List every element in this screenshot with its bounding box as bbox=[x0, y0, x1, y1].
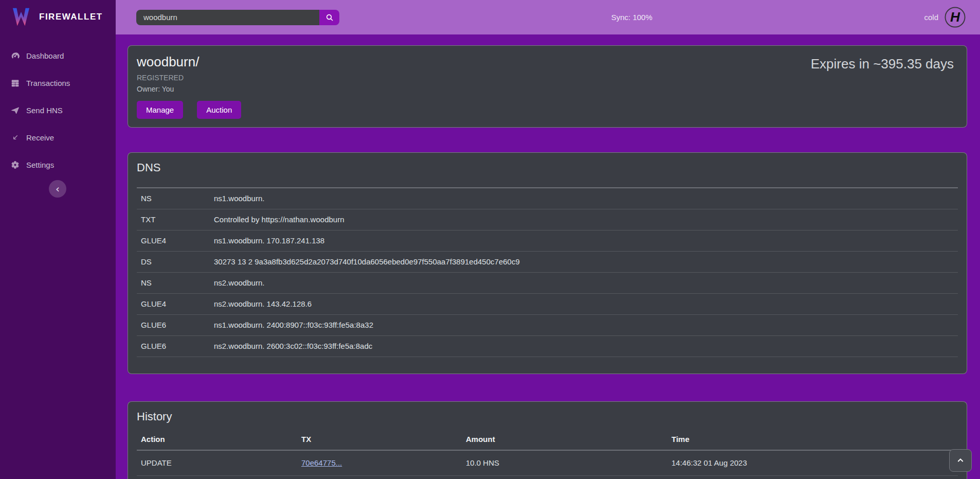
sidebar-item-label: Transactions bbox=[26, 79, 70, 87]
sync-status: Sync: 100% bbox=[611, 13, 652, 22]
gear-icon bbox=[10, 161, 20, 170]
dns-record-type: GLUE4 bbox=[137, 293, 210, 314]
wallet-indicator[interactable]: cold H bbox=[924, 7, 966, 28]
sidebar-item-transactions[interactable]: Transactions bbox=[0, 69, 116, 97]
wallet-name: cold bbox=[924, 13, 938, 22]
main-content: woodburn/ REGISTERED Owner: You Manage A… bbox=[116, 34, 980, 479]
dns-record-row: GLUE4 ns1.woodburn. 170.187.241.138 bbox=[137, 230, 958, 251]
history-section-title: History bbox=[137, 410, 958, 423]
dns-record-type: NS bbox=[137, 188, 210, 209]
dns-record-type: DS bbox=[137, 251, 210, 272]
dns-record-row: DS 30273 13 2 9a3a8fb3d625d2a2073d740f10… bbox=[137, 251, 958, 272]
domain-expiry: Expires in ~395.35 days bbox=[811, 56, 954, 72]
search-icon bbox=[325, 13, 334, 22]
gauge-icon bbox=[10, 51, 20, 61]
history-action: RENEW bbox=[137, 475, 297, 479]
history-row: UPDATE 70e64775... 10.0 HNS 14:46:32 01 … bbox=[137, 450, 958, 475]
sidebar-item-dashboard[interactable]: Dashboard bbox=[0, 42, 116, 69]
sidebar-item-label: Dashboard bbox=[26, 51, 64, 60]
dns-card: DNS NS ns1.woodburn. TXT Controlled by h… bbox=[128, 152, 967, 374]
history-col-time: Time bbox=[667, 432, 958, 450]
dns-record-row: GLUE6 ns2.woodburn. 2600:3c02::f03c:93ff… bbox=[137, 335, 958, 357]
dns-record-value: ns1.woodburn. 2400:8907::f03c:93ff:fe5a:… bbox=[210, 314, 958, 335]
history-amount: 10.0 HNS bbox=[462, 450, 667, 475]
dns-record-row: GLUE4 ns2.woodburn. 143.42.128.6 bbox=[137, 293, 958, 314]
app-name: FIREWALLET bbox=[39, 12, 103, 22]
history-col-tx: TX bbox=[297, 432, 462, 450]
firewallet-w-icon bbox=[10, 6, 32, 28]
history-header-row: Action TX Amount Time bbox=[137, 432, 958, 450]
dns-record-type: GLUE6 bbox=[137, 314, 210, 335]
history-time: 14:46:32 01 Aug 2023 bbox=[667, 450, 958, 475]
history-amount: 10.0 HNS bbox=[462, 475, 667, 479]
sidebar-item-settings[interactable]: Settings bbox=[0, 151, 116, 179]
dns-section-title: DNS bbox=[137, 161, 958, 174]
scroll-to-top-button[interactable] bbox=[949, 449, 972, 472]
dns-record-type: NS bbox=[137, 272, 210, 293]
send-icon bbox=[10, 106, 20, 115]
auction-button[interactable]: Auction bbox=[197, 101, 241, 119]
domain-status-badge: REGISTERED bbox=[137, 74, 958, 82]
search-button[interactable] bbox=[319, 10, 339, 25]
dns-record-value: Controlled by https://nathan.woodburn bbox=[210, 209, 958, 230]
topbar: Sync: 100% cold H bbox=[116, 0, 980, 34]
sidebar-item-label: Receive bbox=[26, 133, 54, 142]
history-col-amount: Amount bbox=[462, 432, 667, 450]
chevron-left-icon: ‹ bbox=[56, 183, 60, 195]
dns-record-value: ns1.woodburn. 170.187.241.138 bbox=[210, 230, 958, 251]
dns-record-value: ns2.woodburn. bbox=[210, 272, 958, 293]
sidebar-collapse-button[interactable]: ‹ bbox=[49, 180, 66, 198]
dns-record-type: GLUE6 bbox=[137, 335, 210, 357]
handshake-logo-icon: H bbox=[945, 7, 966, 28]
app-logo: FIREWALLET bbox=[0, 0, 116, 33]
tx-link[interactable]: 70e64775... bbox=[301, 458, 342, 467]
dns-table: NS ns1.woodburn. TXT Controlled by https… bbox=[137, 187, 958, 357]
dns-record-value: 30273 13 2 9a3a8fb3d625d2a2073d740f10da6… bbox=[210, 251, 958, 272]
sidebar: FIREWALLET Dashboard Transactions Send H… bbox=[0, 0, 116, 479]
dns-record-row: NS ns2.woodburn. bbox=[137, 272, 958, 293]
history-time: 15:47:06 27 Jul 2023 bbox=[667, 475, 958, 479]
dns-record-value: ns2.woodburn. 2600:3c02::f03c:93ff:fe5a:… bbox=[210, 335, 958, 357]
chevron-up-icon bbox=[956, 456, 965, 465]
dns-record-row: GLUE6 ns1.woodburn. 2400:8907::f03c:93ff… bbox=[137, 314, 958, 335]
sidebar-item-label: Settings bbox=[26, 161, 54, 169]
history-card: History Action TX Amount Time UPDATE 70e… bbox=[128, 401, 967, 479]
dns-record-value: ns2.woodburn. 143.42.128.6 bbox=[210, 293, 958, 314]
manage-button[interactable]: Manage bbox=[137, 101, 183, 119]
table-icon bbox=[10, 79, 20, 88]
dns-record-row: NS ns1.woodburn. bbox=[137, 188, 958, 209]
history-col-action: Action bbox=[137, 432, 297, 450]
domain-owner: Owner: You bbox=[137, 85, 958, 93]
receive-icon bbox=[10, 133, 20, 143]
sidebar-nav: Dashboard Transactions Send HNS Receive … bbox=[0, 42, 116, 179]
dns-record-value: ns1.woodburn. bbox=[210, 188, 958, 209]
search-input[interactable] bbox=[136, 10, 319, 25]
svg-text:H: H bbox=[950, 9, 960, 25]
sync-status-wrap: Sync: 100% bbox=[339, 13, 924, 22]
domain-card: woodburn/ REGISTERED Owner: You Manage A… bbox=[128, 45, 967, 128]
search-box bbox=[136, 10, 339, 25]
history-table: Action TX Amount Time UPDATE 70e64775...… bbox=[137, 432, 958, 479]
dns-record-type: GLUE4 bbox=[137, 230, 210, 251]
history-action: UPDATE bbox=[137, 450, 297, 475]
dns-record-row: TXT Controlled by https://nathan.woodbur… bbox=[137, 209, 958, 230]
sidebar-item-receive[interactable]: Receive bbox=[0, 124, 116, 151]
sidebar-item-send-hns[interactable]: Send HNS bbox=[0, 97, 116, 124]
dns-record-type: TXT bbox=[137, 209, 210, 230]
history-row: RENEW d73c3f1... 10.0 HNS 15:47:06 27 Ju… bbox=[137, 475, 958, 479]
sidebar-item-label: Send HNS bbox=[26, 106, 63, 115]
